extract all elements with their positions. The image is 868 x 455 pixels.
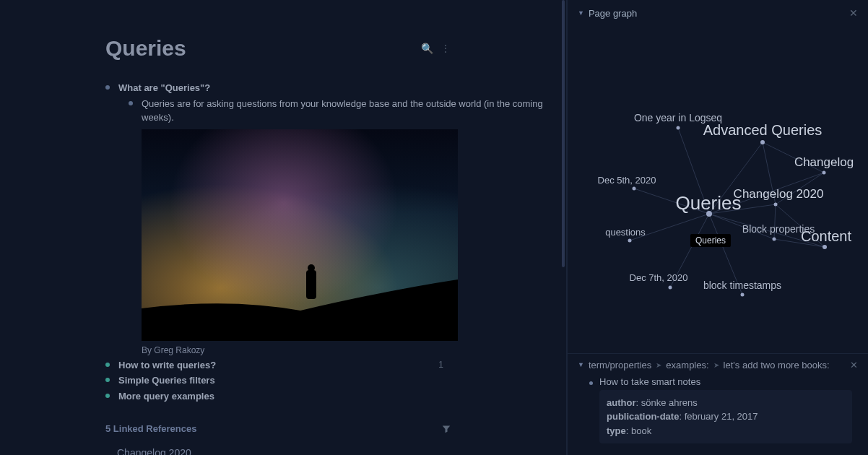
linked-refs-header[interactable]: 5 Linked References (105, 423, 451, 434)
block-link[interactable]: Simple Queries filters (105, 373, 566, 388)
properties-box[interactable]: author: sönke ahrenspublication-date: fe… (599, 390, 852, 444)
crumb[interactable]: let's add two more books: (724, 360, 830, 370)
svg-point-19 (774, 203, 778, 207)
child-count: 1 (438, 358, 443, 371)
bullet-icon[interactable] (129, 101, 133, 105)
more-icon[interactable]: ⋮ (440, 43, 451, 54)
graph-title: Page graph (589, 8, 637, 19)
note-title[interactable]: How to take smart notes (589, 376, 852, 387)
property-value: book (631, 425, 651, 436)
linked-refs-title: 5 Linked References (105, 423, 196, 434)
right-sidebar: ▼ Page graph ✕ QueriesAdvanced QueriesCo… (568, 0, 868, 455)
svg-point-16 (706, 211, 712, 217)
block-link[interactable]: More query examples (105, 389, 566, 404)
heading-text: What are "Queries"? (118, 82, 210, 93)
block-link[interactable]: How to write queries? 1 (105, 358, 566, 373)
bullet-icon[interactable] (105, 85, 110, 90)
svg-line-0 (709, 142, 763, 214)
title-actions: 🔍 ⋮ (421, 43, 451, 54)
bullet-icon[interactable] (105, 394, 110, 398)
search-icon[interactable]: 🔍 (421, 43, 433, 54)
chevron-right-icon: ➤ (656, 361, 661, 369)
desc-text: Queries are for asking questions from yo… (142, 98, 543, 124)
block-desc[interactable]: Queries are for asking questions from yo… (129, 97, 566, 357)
graph-panel-header[interactable]: ▼ Page graph ✕ (568, 0, 868, 26)
chevron-right-icon: ➤ (713, 361, 719, 369)
property-key: type (607, 425, 626, 436)
svg-line-3 (709, 173, 824, 214)
link-text: Simple Queries filters (118, 375, 215, 386)
svg-line-5 (709, 214, 742, 295)
block-heading[interactable]: What are "Queries"? Queries are for aski… (105, 81, 566, 357)
property-row: publication-date: february 21, 2017 (607, 410, 845, 424)
properties-breadcrumb[interactable]: ▼ term/properties ➤ examples: ➤ let's ad… (568, 354, 868, 376)
property-value: february 21, 2017 (685, 411, 758, 422)
properties-panel: ▼ term/properties ➤ examples: ➤ let's ad… (568, 353, 868, 456)
property-key: publication-date (607, 411, 679, 422)
svg-point-21 (773, 238, 776, 241)
svg-point-17 (760, 140, 765, 144)
svg-line-12 (776, 173, 824, 204)
linked-references: 5 Linked References Changelog 2020 ➤ Dec… (105, 423, 566, 455)
graph-tooltip: Queries (690, 234, 731, 247)
bullet-icon[interactable] (105, 363, 110, 367)
svg-line-11 (763, 142, 776, 204)
embedded-image[interactable] (142, 129, 458, 341)
caret-down-icon[interactable]: ▼ (578, 361, 584, 368)
image-credit: By Greg Rakozy (142, 344, 566, 357)
svg-line-6 (678, 128, 709, 214)
property-key: author (607, 397, 635, 408)
svg-point-20 (823, 171, 826, 175)
svg-point-24 (633, 187, 636, 191)
main-pane: Queries 🔍 ⋮ What are "Queries"? Queries … (0, 0, 568, 455)
svg-line-10 (763, 142, 824, 173)
close-icon[interactable]: ✕ (849, 7, 858, 19)
page-graph[interactable]: QueriesAdvanced QueriesContentChangelog … (568, 26, 868, 353)
svg-point-23 (677, 126, 680, 130)
property-row: author: sönke ahrens (607, 396, 845, 410)
svg-point-26 (628, 239, 632, 243)
caret-down-icon[interactable]: ▼ (578, 9, 584, 17)
close-icon[interactable]: ✕ (850, 360, 858, 370)
svg-point-25 (669, 286, 672, 290)
svg-line-15 (774, 204, 776, 239)
title-row: Queries 🔍 ⋮ (105, 36, 566, 61)
svg-point-18 (823, 245, 827, 249)
filter-icon[interactable] (442, 425, 451, 433)
property-row: type: book (607, 424, 845, 438)
svg-line-7 (634, 188, 709, 214)
crumb[interactable]: term/properties (589, 360, 651, 370)
property-value: sönke ahrens (641, 397, 698, 408)
svg-line-2 (709, 204, 776, 214)
svg-point-22 (741, 293, 745, 297)
link-text: More query examples (118, 391, 214, 402)
page-title[interactable]: Queries (105, 36, 186, 61)
link-text: How to write queries? (118, 360, 216, 370)
crumb[interactable]: examples: (666, 360, 708, 370)
ref-page-title[interactable]: Changelog 2020 (117, 447, 451, 455)
bullet-icon[interactable] (105, 378, 110, 382)
